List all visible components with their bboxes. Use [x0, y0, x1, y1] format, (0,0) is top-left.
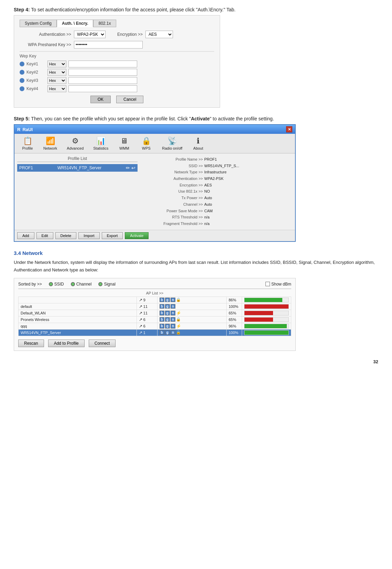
- wep-group: Wep Key Key#1 Hex Key#2 Hex Key#3 Hex: [20, 51, 214, 92]
- key3-type[interactable]: Hex: [47, 77, 66, 84]
- table-row[interactable]: WR514VN_FTP_Server↗ 1bgn🔒100%: [19, 329, 291, 336]
- detail-network-type: Network Type >> Infrastructure: [141, 169, 292, 175]
- ok-button[interactable]: OK: [90, 96, 111, 103]
- profile-label: Profile: [22, 146, 33, 150]
- detail-enc: Encryption >> AES: [141, 182, 292, 189]
- add-button[interactable]: Add: [17, 232, 34, 239]
- auth-encry-panel: System Config Auth. \ Encry. 802.1x Auth…: [14, 15, 220, 108]
- detail-rts-key: RTS Threshold >>: [141, 214, 203, 221]
- signal-bar-fill: [244, 318, 273, 322]
- radio-label: Radio on/off: [162, 146, 182, 150]
- toolbar-statistics[interactable]: 📊 Statistics: [89, 135, 112, 152]
- ap-ssid: [19, 297, 137, 303]
- proto-badge: g: [165, 304, 170, 309]
- detail-ssid: SSID >> WR514VN_FTP_S...: [141, 163, 292, 169]
- auth-select[interactable]: WPA2-PSK: [74, 31, 106, 38]
- ap-protocols: bgn⚡: [157, 310, 226, 316]
- toolbar-wps[interactable]: 🔒 WPS: [136, 135, 156, 152]
- table-row[interactable]: ↗ 9bgn🔒86%: [19, 297, 291, 303]
- ap-protocols: bgn: [157, 303, 226, 310]
- key4-input[interactable]: [68, 85, 137, 92]
- detail-fragment-key: Fragment Threshold >>: [141, 221, 203, 227]
- ap-signal-pct: 65%: [227, 310, 242, 316]
- detail-8021x: Use 802.1x >> NO: [141, 188, 292, 195]
- add-to-profile-button[interactable]: Add to Profile: [48, 340, 85, 347]
- detail-profile-name-val: PROF1: [204, 156, 217, 163]
- detail-ssid-val: WR514VN_FTP_S...: [204, 163, 239, 169]
- key2-type[interactable]: Hex: [47, 69, 66, 76]
- ap-channel: ↗ 11: [137, 310, 157, 316]
- delete-button[interactable]: Delete: [55, 232, 77, 239]
- edit-button[interactable]: Edit: [36, 232, 53, 239]
- channel-filter-label: Channel: [76, 282, 92, 287]
- table-row[interactable]: qqq↗ 6bgn⚡96%: [19, 323, 291, 329]
- proto-badge: b: [160, 324, 164, 329]
- raui-close-button[interactable]: ✕: [286, 126, 292, 132]
- signal-bar-container: [244, 317, 289, 322]
- enc-label: Encryption >>: [108, 32, 143, 37]
- detail-txpower-val: Auto: [204, 195, 212, 201]
- toolbar-network[interactable]: 📶 Network: [39, 135, 61, 152]
- signal-bar-fill: [244, 324, 287, 328]
- detail-fragment-val: n/a: [204, 221, 209, 227]
- key4-type[interactable]: Hex: [47, 85, 66, 92]
- table-row[interactable]: Pronets Wireless↗ 6bgn🔒65%: [19, 316, 291, 323]
- wps-badge: ⚡: [176, 311, 181, 315]
- key1-input[interactable]: [68, 61, 137, 67]
- signal-bar-container: [244, 298, 289, 302]
- toolbar-radio[interactable]: 📡 Radio on/off: [158, 135, 186, 152]
- network-panel: Sorted by >> SSID Channel Signal Show dB…: [14, 278, 296, 351]
- wmm-label: WMM: [119, 146, 129, 150]
- advanced-label: Advanced: [67, 146, 84, 150]
- import-button[interactable]: Import: [78, 232, 99, 239]
- wpa-input[interactable]: [74, 41, 143, 49]
- show-dbm-checkbox[interactable]: [265, 282, 270, 286]
- key2-input[interactable]: [68, 69, 137, 76]
- cancel-button[interactable]: Cancel: [116, 96, 143, 103]
- ap-channel: ↗ 6: [137, 316, 157, 323]
- key1-radio[interactable]: [20, 62, 24, 66]
- activate-button[interactable]: Activate: [125, 232, 149, 239]
- signal-radio[interactable]: [98, 282, 102, 286]
- export-button[interactable]: Export: [102, 232, 123, 239]
- sorted-by-label: Sorted by >>: [18, 282, 42, 287]
- detail-txpower-key: Tx Power >>: [141, 195, 203, 201]
- rescan-button[interactable]: Rescan: [18, 340, 44, 347]
- wmm-icon: 🖥: [120, 137, 128, 146]
- key3-input[interactable]: [68, 77, 137, 84]
- raui-toolbar: 📋 Profile 📶 Network ⚙ Advanced 📊 Statist…: [14, 134, 295, 153]
- detail-network-type-key: Network Type >>: [141, 169, 203, 175]
- tab-system-config[interactable]: System Config: [20, 20, 57, 27]
- enc-select[interactable]: AES: [145, 31, 173, 38]
- toolbar-advanced[interactable]: ⚙ Advanced: [63, 135, 88, 152]
- toolbar-wmm[interactable]: 🖥 WMM: [114, 135, 134, 152]
- wps-badge: ⚡: [176, 324, 181, 329]
- proto-badge: g: [165, 324, 170, 329]
- toolbar-about[interactable]: ℹ About: [188, 135, 208, 152]
- wep-title: Wep Key: [20, 54, 214, 58]
- step5-text2: to activate the profile setting.: [213, 116, 274, 121]
- ssid-radio[interactable]: [49, 282, 53, 286]
- key1-type[interactable]: Hex: [47, 61, 66, 67]
- detail-enc-key: Encryption >>: [141, 182, 203, 189]
- channel-radio[interactable]: [71, 282, 75, 286]
- tab-8021x[interactable]: 802.1x: [93, 20, 116, 27]
- table-row[interactable]: default↗ 11bgn100%: [19, 303, 291, 310]
- key4-radio[interactable]: [20, 86, 24, 91]
- detail-channel-val: Auto: [204, 201, 212, 208]
- detail-rts-val: n/a: [204, 214, 209, 221]
- detail-enc-val: AES: [204, 182, 212, 189]
- key2-radio[interactable]: [20, 70, 24, 75]
- proto-badge: n: [171, 324, 175, 329]
- connect-button[interactable]: Connect: [89, 340, 116, 347]
- table-row[interactable]: Default_WLAN↗ 11bgn⚡65%: [19, 310, 291, 316]
- step5-text1: Then, you can see the profile which you …: [31, 116, 188, 121]
- tab-auth-encry[interactable]: Auth. \ Encry.: [57, 20, 93, 27]
- profile-list-panel: Profile List PROF1 WR514VN_FTP_Server ✏ …: [17, 156, 138, 227]
- detail-auth-val: WPA2-PSK: [204, 175, 224, 182]
- ap-signal-bar: [242, 297, 291, 303]
- key3-radio[interactable]: [20, 78, 24, 83]
- detail-channel-key: Channel >>: [141, 201, 203, 208]
- profile-row[interactable]: PROF1 WR514VN_FTP_Server ✏ ↩: [17, 164, 138, 172]
- toolbar-profile[interactable]: 📋 Profile: [17, 135, 38, 152]
